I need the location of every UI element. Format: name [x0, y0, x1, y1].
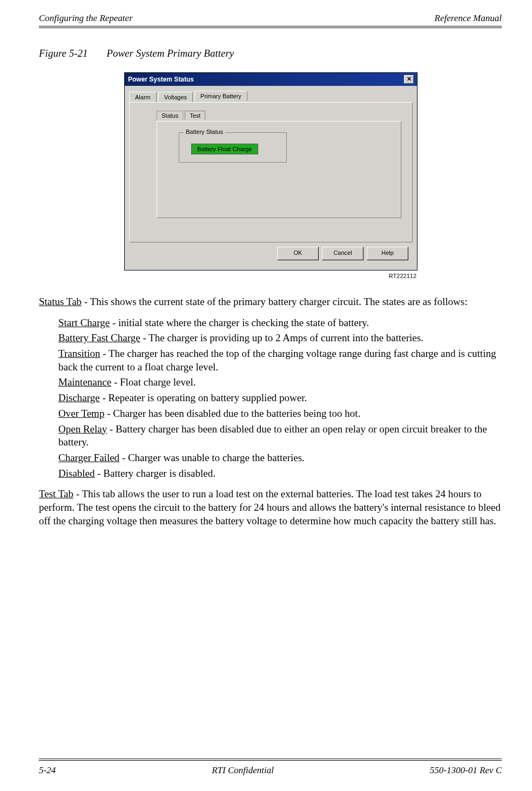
state-charger-failed: Charger Failed - Charger was unable to c…: [58, 451, 502, 465]
tab-panel-primary-battery: Status Test Battery Status Battery Float…: [129, 102, 413, 242]
dialog-titlebar: Power System Status ✕: [125, 73, 417, 86]
figure-number: Figure 5-21: [39, 48, 88, 59]
body-text: Status Tab - This shows the current stat…: [39, 295, 502, 528]
main-tabs: Alarm Voltages Primary Battery: [129, 90, 413, 102]
subpanel-status: Battery Status Battery Float Charge: [157, 121, 401, 218]
subtab-test[interactable]: Test: [185, 111, 205, 120]
header-rule: [39, 26, 502, 26]
dialog-buttons: OK Cancel Help: [129, 242, 413, 265]
subtab-status[interactable]: Status: [157, 111, 183, 120]
state-over-temp: Over Temp - Charger has been disabled du…: [58, 407, 502, 421]
dialog-body: Alarm Voltages Primary Battery Status Te…: [125, 86, 417, 270]
footer-center: RTI Confidential: [212, 765, 274, 776]
header-left: Configuring the Repeater: [39, 13, 133, 24]
test-tab-text: - This tab allows the user to run a load…: [39, 488, 501, 526]
ok-button[interactable]: OK: [277, 247, 319, 260]
figure-rt-label: RT222112: [124, 273, 416, 279]
state-disabled: Disabled - Battery charger is disabled.: [58, 467, 502, 481]
state-transition: Transition - The charger has reached the…: [58, 347, 502, 374]
cancel-button[interactable]: Cancel: [322, 247, 363, 260]
header-rule-2: [39, 28, 502, 28]
footer-right: 550-1300-01 Rev C: [430, 765, 502, 776]
figure-caption: Figure 5-21 Power System Primary Battery: [39, 48, 502, 59]
status-tab-text: - This shows the current state of the pr…: [82, 296, 467, 307]
page-footer: 5-24 RTI Confidential 550-1300-01 Rev C: [39, 759, 502, 776]
dialog-close-button[interactable]: ✕: [404, 75, 414, 84]
state-open-relay: Open Relay - Battery charger has been di…: [58, 423, 502, 449]
status-tab-term: Status Tab: [39, 296, 82, 307]
header-right: Reference Manual: [435, 13, 502, 24]
help-button[interactable]: Help: [367, 247, 408, 260]
figure-title: Power System Primary Battery: [106, 48, 234, 59]
footer-rule-2: [39, 760, 502, 761]
state-maintenance: Maintenance - Float charge level.: [58, 376, 502, 389]
state-battery-fast-charge: Battery Fast Charge - The charger is pro…: [58, 332, 502, 345]
tab-voltages[interactable]: Voltages: [158, 92, 193, 102]
figure-image: Power System Status ✕ Alarm Voltages Pri…: [39, 72, 502, 279]
group-label-battery-status: Battery Status: [184, 129, 225, 135]
state-discharge: Discharge - Repeater is operating on bat…: [58, 391, 502, 405]
dialog-title: Power System Status: [128, 76, 194, 83]
test-tab-term: Test Tab: [39, 488, 73, 499]
battery-status-value: Battery Float Charge: [191, 144, 258, 154]
sub-tabs: Status Test: [157, 110, 401, 121]
footer-page-number: 5-24: [39, 765, 56, 776]
page-header: Configuring the Repeater Reference Manua…: [39, 13, 502, 24]
footer-rule: [39, 759, 502, 759]
power-system-status-dialog: Power System Status ✕ Alarm Voltages Pri…: [124, 72, 417, 271]
battery-status-group: Battery Status Battery Float Charge: [179, 132, 287, 163]
states-list: Start Charge - initial state where the c…: [58, 316, 502, 481]
state-start-charge: Start Charge - initial state where the c…: [58, 316, 502, 330]
test-tab-paragraph: Test Tab - This tab allows the user to r…: [39, 488, 502, 528]
status-tab-paragraph: Status Tab - This shows the current stat…: [39, 295, 502, 309]
tab-alarm[interactable]: Alarm: [129, 92, 157, 102]
tab-primary-battery[interactable]: Primary Battery: [194, 91, 247, 101]
